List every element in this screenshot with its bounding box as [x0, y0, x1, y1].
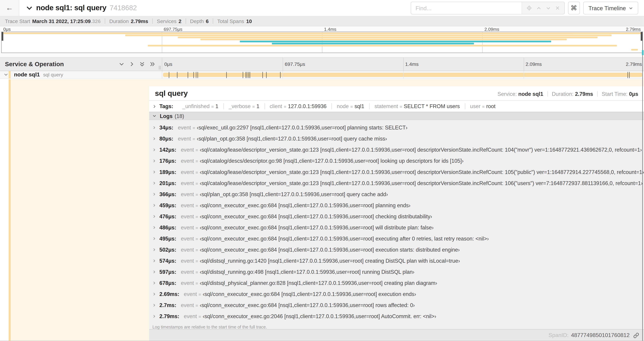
- find-clear-icon[interactable]: [555, 6, 560, 10]
- summary-item: Total Spans10: [217, 18, 252, 24]
- log-timestamp: 574μs:: [160, 258, 176, 264]
- logs-count: (18): [175, 113, 184, 119]
- timeline-tick-label: 1.4ms: [405, 61, 418, 67]
- log-field-value: ‹sql/distsql_physical_planner.go:828 [ns…: [200, 280, 437, 286]
- equals-sign: =: [196, 170, 198, 174]
- column-resize-grip[interactable]: [159, 66, 160, 69]
- log-row[interactable]: 459μs:event=‹sql/conn_executor_exec.go:6…: [149, 200, 644, 211]
- log-marker-tick: [188, 72, 188, 78]
- log-marker-tick: [242, 72, 243, 78]
- expand-one-icon[interactable]: [129, 61, 135, 67]
- log-row[interactable]: 495μs:event=‹sql/conn_executor_exec.go:6…: [149, 233, 644, 244]
- chevron-right-icon: [152, 192, 156, 196]
- log-timestamp: 597μs:: [160, 269, 176, 275]
- find-next-icon[interactable]: [546, 6, 550, 11]
- chevron-right-icon: [152, 281, 156, 285]
- log-marker-tick: [196, 72, 196, 78]
- log-field-key: event: [181, 158, 194, 164]
- span-row-timeline-cell[interactable]: [162, 71, 644, 79]
- log-row[interactable]: 176μs:event=‹sql/catalog/descs/descripto…: [149, 155, 644, 167]
- trace-collapse-chevron-icon[interactable]: [26, 5, 32, 11]
- span-row-name-cell[interactable]: node sql1 sql query: [0, 71, 162, 79]
- summary-value-suffix: .326: [91, 18, 101, 24]
- log-row[interactable]: 2.7ms:event=‹sql/conn_executor_exec.go:6…: [149, 299, 644, 311]
- span-color-accent: [9, 79, 10, 341]
- summary-item: Duration2.79ms: [109, 18, 148, 24]
- span-meta: Service: node sql1Duration: 2.79msStart …: [498, 91, 638, 97]
- trace-id: 7418682: [110, 4, 137, 12]
- back-button[interactable]: ←: [0, 0, 20, 16]
- chevron-right-icon: [152, 203, 156, 207]
- minimap-span: [272, 43, 474, 44]
- log-row[interactable]: 189μs:event=‹sql/catalog/lease/descripto…: [149, 167, 644, 178]
- timeline-tick-label: 0μs: [3, 27, 11, 32]
- equals-sign: =: [252, 104, 255, 109]
- equals-sign: =: [482, 104, 485, 109]
- tag-key: _verbose: [229, 103, 251, 109]
- log-row[interactable]: 2.79ms:event=‹sql/conn_executor_exec.go:…: [149, 311, 644, 322]
- log-timestamp: 495μs:: [160, 235, 176, 242]
- chevron-right-icon: [152, 314, 156, 318]
- log-row[interactable]: 597μs:event=‹sql/distsql_running.go:498 …: [149, 266, 644, 277]
- summary-value: 10: [246, 18, 252, 24]
- collapse-all-icon[interactable]: [139, 61, 145, 67]
- equals-sign: =: [192, 136, 195, 141]
- summary-separator: [186, 19, 186, 24]
- log-timestamp: 486μs:: [160, 224, 176, 231]
- logs-accordion: Logs (18) 34μs:event=‹sql/exec_util.go:2…: [149, 112, 644, 329]
- log-field-key: event: [184, 313, 197, 319]
- log-field-key: event: [181, 302, 194, 308]
- span-color-accent: [9, 71, 10, 79]
- log-marker-tick: [628, 72, 628, 78]
- equals-sign: =: [196, 192, 198, 197]
- span-detail-header: sql query Service: node sql1Duration: 2.…: [149, 86, 644, 101]
- find-prev-icon[interactable]: [536, 6, 541, 11]
- view-range-scrubber-line[interactable]: [642, 32, 643, 341]
- trace-title: node sql1: sql query: [36, 4, 106, 12]
- logs-accordion-header[interactable]: Logs (18): [149, 112, 644, 120]
- find-input[interactable]: [411, 2, 522, 14]
- log-row[interactable]: 142μs:event=‹sql/catalog/lease/descripto…: [149, 144, 644, 155]
- minimap-canvas[interactable]: [1, 32, 643, 53]
- span-detail-row: sql query Service: node sql1Duration: 2.…: [0, 79, 644, 341]
- chevron-right-icon: [152, 237, 156, 240]
- tag-value: 1: [215, 103, 218, 109]
- span-collapse-chevron-icon[interactable]: [4, 72, 8, 77]
- log-row[interactable]: 678μs:event=‹sql/distsql_physical_planne…: [149, 277, 644, 288]
- chevron-down-icon: [152, 114, 156, 118]
- trace-summary-bar: Trace StartMarch 31 2022, 17:25:09.326Du…: [0, 17, 644, 26]
- expand-all-icon[interactable]: [150, 61, 155, 67]
- log-marker-tick: [198, 72, 198, 78]
- view-selector-label: Trace Timeline: [588, 5, 626, 11]
- view-selector-button[interactable]: Trace Timeline: [583, 2, 638, 14]
- row-gridline: [283, 71, 283, 79]
- log-row[interactable]: 502μs:event=‹sql/conn_executor_exec.go:6…: [149, 244, 644, 255]
- log-row[interactable]: 366μs:event=‹sql/plan_opt.go:358 [nsql1,…: [149, 189, 644, 200]
- keyboard-shortcuts-button[interactable]: ⌘: [568, 2, 580, 14]
- log-timestamp: 2.69ms:: [160, 291, 179, 297]
- log-row[interactable]: 574μs:event=‹sql/distsql_running.go:1420…: [149, 255, 644, 266]
- summary-label: Depth: [190, 18, 204, 24]
- log-field-key: event: [181, 235, 194, 242]
- minimap-drag-handle-left[interactable]: [2, 32, 3, 41]
- collapse-one-icon[interactable]: [119, 61, 124, 67]
- equals-sign: =: [196, 147, 198, 152]
- log-row[interactable]: 2.69ms:event=‹sql/conn_executor_exec.go:…: [149, 288, 644, 299]
- match-highlight-icon[interactable]: [526, 5, 532, 11]
- log-row[interactable]: 201μs:event=‹sql/catalog/lease/descripto…: [149, 178, 644, 189]
- row-gridline: [403, 71, 404, 79]
- span-duration-bar[interactable]: [163, 73, 642, 77]
- log-field-key: event: [181, 269, 194, 275]
- page-header: ← node sql1: sql query 7418682: [0, 0, 644, 17]
- log-row[interactable]: 34μs:event=‹sql/exec_util.go:2297 [nsql1…: [149, 122, 644, 133]
- chevron-right-icon: [152, 248, 156, 252]
- tags-accordion-header[interactable]: Tags: _unfinished=1_verbose=1client=127.…: [149, 101, 644, 112]
- log-row[interactable]: 80μs:event=‹sql/plan_opt.go:358 [nsql1,c…: [149, 133, 644, 144]
- log-row[interactable]: 486μs:event=‹sql/conn_executor_exec.go:6…: [149, 222, 644, 233]
- view-range-scrubber-handle[interactable]: [642, 50, 644, 55]
- find-group: [411, 2, 565, 14]
- log-timestamp: 476μs:: [160, 213, 176, 220]
- deep-link-icon[interactable]: [633, 332, 639, 338]
- log-field-key: event: [181, 191, 194, 197]
- log-row[interactable]: 476μs:event=‹sql/conn_executor_exec.go:6…: [149, 211, 644, 222]
